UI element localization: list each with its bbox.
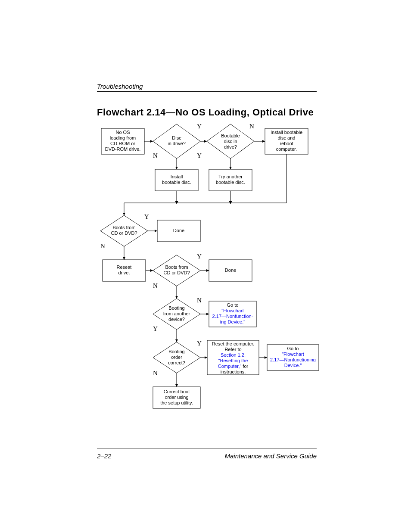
t: from another bbox=[163, 311, 190, 316]
lbl: Y bbox=[144, 213, 149, 220]
t: Go to bbox=[227, 302, 239, 308]
svg-text:Computer," for: Computer," for bbox=[218, 364, 249, 369]
t: Reset the computer. bbox=[212, 341, 254, 346]
t: Correct boot bbox=[164, 389, 190, 394]
header-rule bbox=[97, 91, 317, 92]
lbl: Y bbox=[153, 325, 158, 332]
link-text[interactable]: "Flowchart bbox=[221, 308, 244, 313]
t: Try another bbox=[218, 174, 243, 179]
t: Booting bbox=[168, 305, 184, 311]
svg-marker-9 bbox=[175, 201, 178, 204]
guide-name: Maintenance and Service Guide bbox=[225, 452, 317, 460]
lbl: Y bbox=[197, 123, 202, 130]
t: No OS bbox=[115, 130, 130, 135]
t: for bbox=[241, 364, 248, 369]
t: in drive? bbox=[168, 141, 186, 146]
t: CD or DVD? bbox=[163, 270, 190, 275]
t: Boots from bbox=[112, 225, 135, 230]
link-text[interactable]: 2.17—Nonfunction- bbox=[212, 314, 253, 319]
t: loading from bbox=[110, 135, 136, 140]
t: Install bootable bbox=[271, 130, 302, 135]
t: Disc bbox=[172, 135, 181, 140]
t: reboot bbox=[280, 141, 293, 146]
lbl: N bbox=[197, 297, 202, 304]
link-text[interactable]: Computer," bbox=[218, 364, 242, 369]
svg-marker-10 bbox=[229, 201, 232, 204]
t: CD or DVD? bbox=[111, 230, 137, 236]
t: Reseat bbox=[117, 264, 132, 270]
footer-rule bbox=[97, 448, 317, 448]
page-title: Flowchart 2.14—No OS Loading, Optical Dr… bbox=[97, 107, 314, 118]
t: instructions. bbox=[221, 369, 246, 374]
t: Booting bbox=[168, 349, 184, 354]
page-number: 2–22 bbox=[97, 452, 111, 460]
t: Install bbox=[171, 174, 183, 179]
lbl: N bbox=[153, 282, 158, 289]
t: Done bbox=[173, 228, 184, 233]
t: bootable disc. bbox=[216, 180, 245, 185]
t: drive. bbox=[118, 270, 130, 275]
link-text[interactable]: 2.17—Nonfunctioning bbox=[270, 357, 316, 362]
t: order bbox=[171, 355, 182, 360]
t: Bootable bbox=[221, 133, 240, 138]
lbl: N bbox=[153, 370, 158, 376]
flowchart-diagram: No OS loading from CD-ROM or DVD-ROM dri… bbox=[97, 120, 325, 439]
t: computer. bbox=[276, 146, 297, 152]
t: device? bbox=[168, 317, 185, 322]
lbl: Y bbox=[197, 340, 202, 347]
link-text[interactable]: Device." bbox=[284, 363, 302, 368]
t: correct? bbox=[168, 360, 185, 365]
link-text[interactable]: "Resetting the bbox=[218, 358, 248, 363]
t: order using bbox=[165, 395, 188, 400]
lbl: Y bbox=[197, 253, 202, 260]
t: Done bbox=[225, 268, 236, 273]
section-header: Troubleshooting bbox=[97, 83, 143, 90]
t: Boots from bbox=[165, 264, 188, 270]
t: CD-ROM or bbox=[110, 141, 135, 146]
t: the setup utility. bbox=[160, 400, 193, 405]
t: disc and bbox=[278, 135, 296, 140]
t: drive? bbox=[224, 144, 237, 149]
link-text[interactable]: ing Device." bbox=[220, 319, 245, 324]
lbl: N bbox=[249, 123, 254, 130]
lbl: N bbox=[153, 152, 158, 159]
t: Go to bbox=[287, 346, 299, 351]
t: Refer to bbox=[224, 347, 241, 352]
lbl: N bbox=[100, 243, 105, 249]
t: bootable disc. bbox=[162, 180, 191, 185]
link-text[interactable]: "Flowchart bbox=[282, 352, 304, 357]
t: disc in bbox=[224, 139, 237, 144]
lbl: Y bbox=[197, 152, 202, 159]
link-text[interactable]: Section 1.2, bbox=[221, 352, 246, 358]
t: DVD-ROM drive. bbox=[105, 146, 141, 152]
